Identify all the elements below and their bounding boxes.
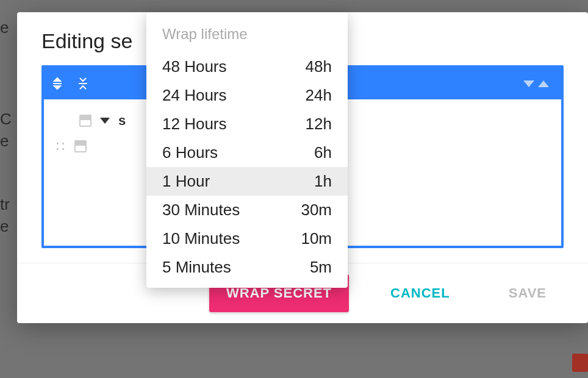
dropdown-item-short: 5m [310, 258, 332, 277]
triangle-up-icon [538, 80, 549, 87]
dropdown-item-short: 10m [301, 229, 332, 248]
bg-text: e [0, 217, 9, 236]
cancel-button[interactable]: CANCEL [373, 274, 467, 312]
bg-text: tr [0, 195, 10, 214]
dropdown-item-label: 24 Hours [162, 86, 227, 105]
bg-text: C [0, 110, 12, 129]
bg-delete-hint [572, 354, 588, 372]
chevron-down-icon[interactable] [100, 118, 110, 124]
dropdown-item[interactable]: 24 Hours24h [146, 81, 348, 110]
dropdown-item[interactable]: 1 Hour1h [146, 167, 348, 196]
dropdown-item[interactable]: 30 Minutes30m [146, 196, 348, 224]
dropdown-item[interactable]: 12 Hours12h [146, 110, 348, 138]
dropdown-header: Wrap lifetime [146, 12, 348, 52]
dropdown-item-short: 12h [306, 115, 332, 134]
dropdown-item[interactable]: 5 Minutes5m [146, 253, 348, 282]
save-button[interactable]: SAVE [492, 274, 564, 312]
dropdown-item-label: 12 Hours [162, 115, 227, 134]
dropdown-item-short: 48h [306, 57, 332, 76]
object-icon [74, 140, 87, 152]
sort-toggle[interactable] [523, 80, 555, 87]
dropdown-item-label: 6 Hours [162, 143, 218, 162]
dropdown-item-short: 6h [314, 143, 332, 162]
dropdown-item-label: 48 Hours [162, 57, 227, 76]
dropdown-list: 48 Hours48h24 Hours24h12 Hours12h6 Hours… [146, 52, 348, 282]
bg-text: e [0, 132, 9, 151]
collapse-all-icon[interactable] [76, 76, 90, 91]
dropdown-item-short: 1h [314, 172, 332, 191]
dropdown-item[interactable]: 6 Hours6h [146, 138, 348, 167]
dropdown-item[interactable]: 10 Minutes10m [146, 224, 348, 253]
dropdown-item-label: 1 Hour [162, 172, 210, 191]
dropdown-item-label: 5 Minutes [162, 258, 231, 277]
object-icon [79, 115, 91, 127]
dropdown-item-label: 10 Minutes [162, 229, 240, 248]
editor-row-key: s [118, 113, 126, 129]
wrap-lifetime-dropdown[interactable]: Wrap lifetime 48 Hours48h24 Hours24h12 H… [146, 12, 348, 288]
dropdown-item-label: 30 Minutes [162, 201, 240, 219]
bg-text: e [0, 18, 9, 37]
drag-handle-icon[interactable] [55, 141, 66, 152]
dropdown-item-short: 30m [301, 201, 332, 219]
expand-all-icon[interactable] [50, 76, 65, 91]
dropdown-item-short: 24h [306, 86, 332, 105]
triangle-down-icon [523, 80, 534, 87]
dropdown-item[interactable]: 48 Hours48h [146, 52, 348, 81]
